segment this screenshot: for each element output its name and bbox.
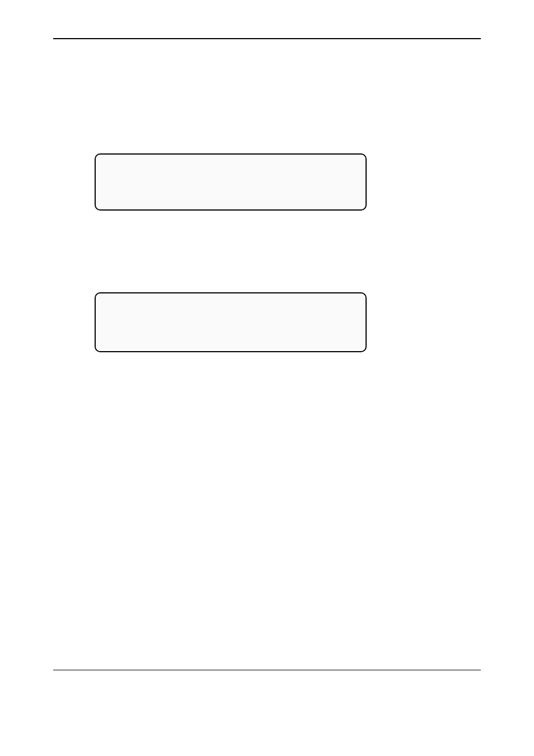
document-page: [0, 0, 534, 756]
rounded-box-2: [95, 292, 367, 352]
bottom-horizontal-rule: [53, 670, 481, 670]
top-horizontal-rule: [53, 38, 481, 39]
rounded-box-1: [95, 153, 367, 211]
